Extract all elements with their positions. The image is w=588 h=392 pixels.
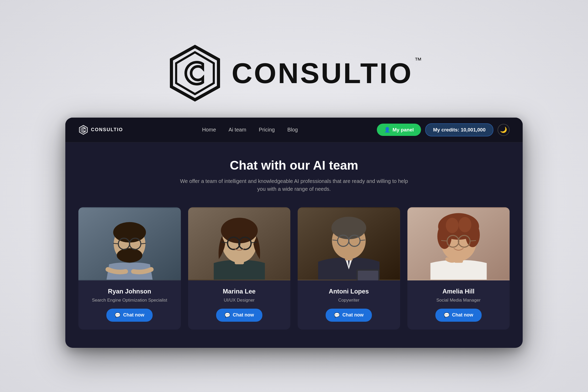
chat-icon-amelia: 💬 bbox=[444, 312, 449, 318]
member-photo-svg-ryan bbox=[78, 207, 181, 280]
svg-point-18 bbox=[221, 218, 258, 243]
svg-point-9 bbox=[117, 248, 142, 262]
chat-button-ryan[interactable]: 💬 Chat now bbox=[106, 309, 153, 322]
svg-point-8 bbox=[113, 222, 146, 242]
svg-line-12 bbox=[113, 243, 118, 244]
svg-point-27 bbox=[331, 217, 366, 239]
brand-wordmark-group: CONSULTIO ™ bbox=[232, 59, 422, 88]
nav-logo: CONSULTIO bbox=[78, 125, 123, 135]
chat-button-antoni[interactable]: 💬 Chat now bbox=[326, 309, 372, 322]
nav-links: Home Ai team Pricing Blog bbox=[202, 127, 298, 133]
chat-button-amelia[interactable]: 💬 Chat now bbox=[435, 309, 482, 322]
page-wrapper: CONSULTIO ™ CONSULTIO Home Ai team Prici… bbox=[0, 44, 588, 348]
nav-actions: 👤 My panel My credits: 10,001,000 🌙 bbox=[377, 123, 510, 136]
svg-point-42 bbox=[458, 217, 471, 232]
member-photo-svg-marina bbox=[188, 207, 291, 280]
navbar: CONSULTIO Home Ai team Pricing Blog 👤 My… bbox=[65, 118, 523, 142]
member-role-antoni: Copywriter bbox=[338, 298, 359, 303]
team-card-antoni-lopes: Antoni Lopes Copywriter 💬 Chat now bbox=[298, 207, 400, 330]
chat-icon-ryan: 💬 bbox=[115, 312, 120, 318]
nav-logo-text: CONSULTIO bbox=[91, 127, 123, 132]
svg-rect-34 bbox=[358, 270, 378, 280]
member-name-ryan: Ryan Johnson bbox=[108, 288, 151, 295]
member-name-marina: Marina Lee bbox=[223, 288, 256, 295]
member-role-amelia: Social Media Manager bbox=[436, 298, 481, 303]
my-panel-icon: 👤 bbox=[384, 127, 390, 133]
team-card-marina-lee: Marina Lee UI/UX Designer 💬 Chat now bbox=[188, 207, 291, 330]
credits-button[interactable]: My credits: 10,001,000 bbox=[425, 123, 493, 136]
svg-point-41 bbox=[446, 218, 458, 233]
theme-icon: 🌙 bbox=[500, 126, 507, 133]
section-subtitle: We offer a team of intelligent and knowl… bbox=[176, 177, 412, 193]
member-photo-antoni bbox=[298, 207, 400, 280]
svg-line-46 bbox=[470, 240, 476, 241]
member-photo-svg-amelia bbox=[407, 207, 510, 280]
member-body-ryan: Ryan Johnson Search Engine Optimization … bbox=[78, 280, 181, 330]
nav-link-home[interactable]: Home bbox=[202, 127, 216, 133]
main-content: Chat with our AI team We offer a team of… bbox=[65, 142, 523, 348]
svg-line-13 bbox=[141, 243, 146, 244]
team-card-ryan-johnson: Ryan Johnson Search Engine Optimization … bbox=[78, 207, 181, 330]
my-panel-button[interactable]: 👤 My panel bbox=[377, 124, 421, 136]
nav-link-blog[interactable]: Blog bbox=[287, 127, 298, 133]
chat-icon-marina: 💬 bbox=[224, 312, 230, 318]
svg-marker-0 bbox=[171, 47, 218, 100]
member-body-antoni: Antoni Lopes Copywriter 💬 Chat now bbox=[298, 280, 400, 330]
member-body-marina: Marina Lee UI/UX Designer 💬 Chat now bbox=[188, 280, 291, 330]
svg-line-30 bbox=[332, 240, 338, 240]
svg-line-45 bbox=[441, 240, 447, 241]
svg-line-31 bbox=[360, 240, 365, 240]
member-name-amelia: Amelia Hill bbox=[442, 288, 475, 295]
team-grid: Ryan Johnson Search Engine Optimization … bbox=[78, 207, 510, 330]
chat-button-marina[interactable]: 💬 Chat now bbox=[216, 309, 262, 322]
svg-marker-1 bbox=[176, 52, 214, 94]
chat-icon-antoni: 💬 bbox=[334, 312, 340, 318]
member-body-amelia: Amelia Hill Social Media Manager 💬 Chat … bbox=[407, 280, 510, 330]
app-window: CONSULTIO Home Ai team Pricing Blog 👤 My… bbox=[65, 118, 523, 348]
team-card-amelia-hill: Amelia Hill Social Media Manager 💬 Chat … bbox=[407, 207, 510, 330]
member-role-ryan: Search Engine Optimization Specialist bbox=[92, 298, 167, 303]
brand-hexagon-icon bbox=[166, 44, 224, 102]
member-photo-svg-antoni bbox=[298, 207, 400, 280]
member-photo-ryan bbox=[78, 207, 181, 280]
nav-link-pricing[interactable]: Pricing bbox=[259, 127, 275, 133]
brand-name: CONSULTIO bbox=[232, 59, 413, 88]
nav-logo-icon bbox=[78, 125, 88, 135]
member-role-marina: UI/UX Designer bbox=[224, 298, 255, 303]
brand-trademark: ™ bbox=[414, 56, 422, 65]
member-photo-marina bbox=[188, 207, 291, 280]
theme-toggle-button[interactable]: 🌙 bbox=[498, 124, 510, 136]
member-name-antoni: Antoni Lopes bbox=[329, 288, 369, 295]
brand-logo-area: CONSULTIO ™ bbox=[166, 44, 422, 102]
section-title: Chat with our AI team bbox=[78, 158, 510, 172]
nav-link-ai-team[interactable]: Ai team bbox=[229, 127, 246, 133]
member-photo-amelia bbox=[407, 207, 510, 280]
